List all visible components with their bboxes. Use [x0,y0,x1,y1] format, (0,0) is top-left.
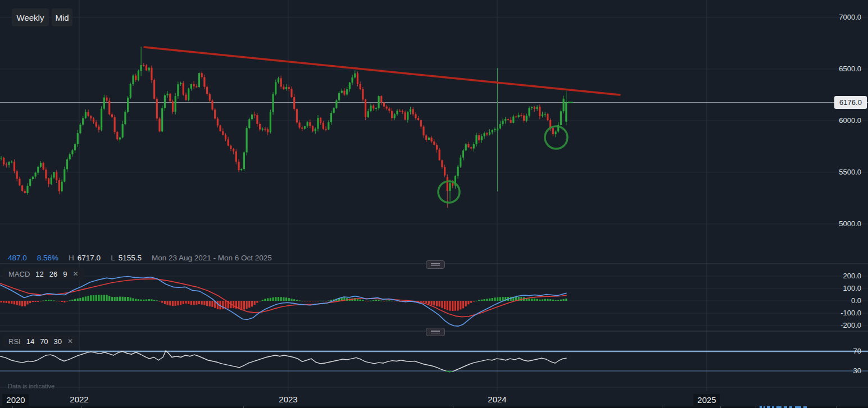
trading-chart-app: Weekly Mid 487.0 8.56% H 6717.0 L 5155.5… [0,0,868,408]
year-label: 2022 [70,394,88,405]
rsi-tick: 70 [822,347,861,356]
change-percent: 8.56% [37,254,58,262]
macd-name: MACD [8,270,30,278]
year-label: 2025 [693,394,720,406]
low-label: L [111,254,115,262]
clipped-watermark [760,405,810,408]
rsi-indicator-pill[interactable]: RSI 14 70 30 ✕ [3,335,79,347]
bottom-scrollbar[interactable] [0,406,868,408]
current-price-label: 6176.0 [834,96,867,109]
price-tick: 5500.0 [822,168,861,177]
low-stat: L 5155.5 [111,254,142,262]
instrument-info-bar: 487.0 8.56% H 6717.0 L 5155.5 Mon 23 Aug… [8,253,272,263]
high-label: H [69,254,74,262]
rsi-panel-resize-handle[interactable] [426,328,445,336]
macd-param-slow: 26 [49,270,57,278]
macd-tick: 0.0 [822,296,861,305]
macd-param-signal: 9 [63,270,67,278]
year-label: 2023 [279,394,297,405]
rsi-param-overbought: 70 [40,337,48,346]
price-tick: 6500.0 [822,65,861,74]
data-indicative-note: Data is indicative [8,383,54,389]
low-value: 5155.5 [119,254,142,262]
candles [0,47,572,208]
rsi-param-oversold: 30 [54,337,62,346]
timeframe-button[interactable]: Weekly [12,8,49,26]
highlight-circles [438,126,567,203]
macd-panel-resize-handle[interactable] [426,260,445,269]
rsi-close-icon[interactable]: ✕ [67,337,73,345]
high-stat: H 6717.0 [69,254,101,262]
price-tick: 7000.0 [822,13,861,22]
rsi-panel [0,351,868,372]
trendline [144,47,620,95]
change-value: 487.0 [8,254,27,262]
price-tick: 6000.0 [822,116,861,125]
chart-canvas[interactable] [0,0,868,408]
macd-panel [0,276,567,326]
date-range: Mon 23 Aug 2021 - Mon 6 Oct 2025 [152,254,272,262]
macd-param-fast: 12 [35,270,43,278]
macd-tick: 200.0 [822,272,861,281]
rsi-param-period: 14 [26,337,34,346]
rsi-tick: 30 [822,366,861,375]
macd-tick: 100.0 [822,284,861,293]
macd-close-icon[interactable]: ✕ [72,270,78,278]
macd-tick: -100.0 [822,309,861,318]
high-value: 6717.0 [78,254,101,262]
rsi-name: RSI [8,337,21,346]
price-tick: 5000.0 [822,219,861,228]
macd-indicator-pill[interactable]: MACD 12 26 9 ✕ [3,268,84,280]
year-label: 2024 [488,394,506,405]
bar-size-button[interactable]: Mid [52,8,72,26]
year-label: 2020 [2,394,29,406]
macd-tick: -200.0 [822,321,861,330]
